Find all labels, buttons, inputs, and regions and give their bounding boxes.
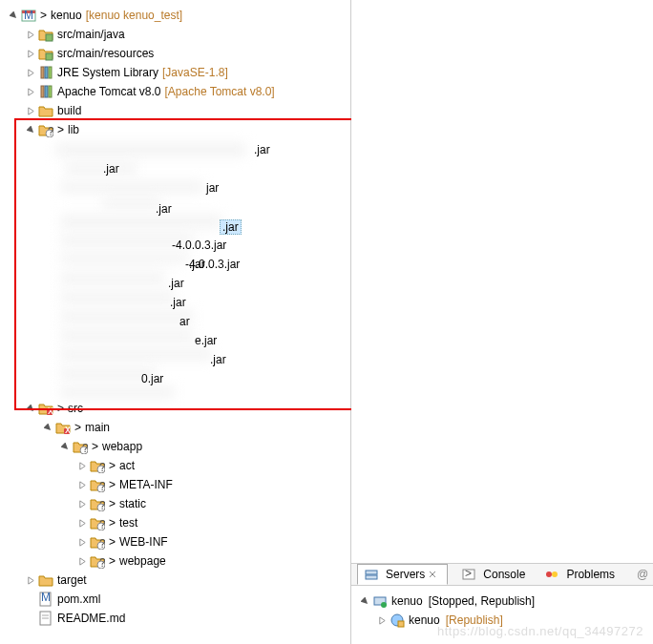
lib-folder[interactable]: ? > lib	[8, 120, 350, 139]
webapp-child[interactable]: ?>act	[8, 456, 350, 475]
jar-fragment[interactable]: .jar	[210, 353, 226, 366]
tab-console[interactable]: > Console	[455, 565, 531, 584]
jar-fragment[interactable]: ar	[179, 315, 190, 328]
expand-icon[interactable]	[25, 124, 36, 135]
node-suffix: [JavaSE-1.8]	[162, 66, 228, 79]
collapse-icon[interactable]	[76, 479, 88, 490]
child-prefix: >	[109, 478, 116, 491]
svg-text:>: >	[465, 567, 472, 580]
jar-fragment[interactable]: e.jar	[195, 334, 217, 347]
webapp-folder[interactable]: ? > webapp	[8, 437, 350, 456]
close-icon[interactable]	[428, 567, 437, 582]
node-label: JRE System Library	[57, 66, 158, 79]
main-folder[interactable]: x > main	[8, 418, 350, 437]
node-icon	[38, 103, 53, 118]
root-repo: [kenuo kenuo_test]	[86, 9, 182, 22]
collapse-icon[interactable]	[76, 536, 88, 548]
tab-servers[interactable]: Servers	[357, 564, 448, 585]
child-prefix: >	[109, 459, 116, 472]
tree-node[interactable]: Apache Tomcat v8.0[Apache Tomcat v8.0]	[8, 82, 350, 101]
svg-text:M: M	[41, 592, 51, 604]
svg-text:?: ?	[99, 480, 105, 492]
svg-rect-4	[46, 53, 53, 60]
expand-icon[interactable]	[42, 422, 53, 433]
collapse-icon[interactable]	[76, 460, 88, 471]
target-folder[interactable]: target	[8, 571, 350, 590]
console-icon: >	[461, 567, 476, 582]
jar-fragment[interactable]: .jar	[254, 143, 270, 156]
tab-problems[interactable]: Problems	[538, 565, 621, 584]
svg-text:x: x	[48, 404, 53, 416]
project-tree[interactable]: M > kenuo [kenuo kenuo_test] src/main/ja…	[0, 0, 350, 634]
webapp-child[interactable]: ?>webpage	[8, 551, 350, 571]
webapp-child[interactable]: ?>static	[8, 494, 350, 513]
javadoc-icon: @	[634, 567, 649, 582]
pom-file[interactable]: M pom.xml	[8, 590, 350, 609]
readme-file[interactable]: README.md	[8, 609, 350, 628]
svg-text:x: x	[65, 423, 71, 435]
tree-node[interactable]: src/main/java	[8, 25, 350, 44]
src-folder[interactable]: x > src	[8, 399, 350, 418]
svg-text:@: @	[637, 568, 648, 581]
collapse-icon[interactable]	[76, 498, 88, 509]
collapse-icon[interactable]	[25, 48, 36, 59]
folder-question-icon: ?	[90, 553, 105, 569]
collapse-icon[interactable]	[25, 574, 36, 586]
webapp-child[interactable]: ?>META-INF	[8, 475, 350, 494]
tab-javadoc[interactable]: @ Javadoc	[628, 565, 653, 584]
xml-file-icon: M	[38, 592, 53, 607]
folder-error-icon: x	[38, 401, 53, 416]
collapse-icon[interactable]	[25, 67, 36, 78]
jar-fragment[interactable]: .jar	[220, 219, 242, 235]
jar-fragment[interactable]: jar	[206, 181, 219, 195]
servers-icon	[364, 567, 379, 582]
bottom-tabs: Servers > Console Problems @ Javadoc	[351, 563, 653, 586]
tree-node[interactable]: JRE System Library[JavaSE-1.8]	[8, 63, 350, 82]
webapp-child[interactable]: ?>test	[8, 513, 350, 532]
expand-icon[interactable]	[25, 403, 36, 414]
jar-fragment[interactable]: -4.0.0.3.jar	[185, 258, 240, 271]
child-label: static	[119, 497, 146, 510]
jar-fragment[interactable]: .jar	[170, 296, 186, 309]
server-root-name: kenuo	[391, 594, 423, 608]
expand-icon[interactable]	[359, 595, 370, 607]
collapse-icon[interactable]	[76, 555, 88, 567]
project-root[interactable]: M > kenuo [kenuo kenuo_test]	[8, 6, 350, 25]
child-label: webpage	[119, 554, 166, 568]
server-module-name: kenuo	[409, 613, 440, 627]
collapse-icon[interactable]	[376, 614, 388, 626]
editor-servers-pane: Servers > Console Problems @ Javadoc ken…	[351, 0, 653, 644]
jar-fragment[interactable]: 0.jar	[141, 372, 163, 385]
child-label: WEB-INF	[119, 535, 168, 549]
svg-text:?: ?	[99, 518, 105, 530]
svg-text:?: ?	[82, 442, 88, 454]
root-name: kenuo	[51, 9, 82, 22]
expand-icon[interactable]	[8, 10, 19, 21]
server-root[interactable]: kenuo [Stopped, Republish]	[359, 592, 653, 611]
node-icon	[38, 65, 53, 80]
jar-fragment[interactable]: .jar	[156, 202, 172, 216]
child-prefix: >	[109, 535, 116, 549]
root-prefix: >	[40, 9, 47, 22]
child-label: act	[119, 459, 135, 472]
expand-icon[interactable]	[59, 441, 71, 452]
jar-fragment[interactable]: -4.0.0.3.jar	[172, 239, 226, 252]
tree-node[interactable]: build	[8, 101, 350, 120]
webapp-child[interactable]: ?>WEB-INF	[8, 532, 350, 551]
svg-rect-10	[49, 86, 52, 97]
svg-text:?: ?	[99, 556, 105, 569]
svg-rect-36	[366, 571, 377, 574]
tree-node[interactable]: src/main/resources	[8, 44, 350, 63]
svg-rect-37	[366, 575, 377, 579]
jar-fragment[interactable]: .jar	[103, 162, 119, 176]
server-root-status: [Stopped, Republish]	[429, 594, 535, 608]
collapse-icon[interactable]	[25, 86, 36, 97]
jar-fragment[interactable]: .jar	[168, 277, 184, 290]
collapse-icon[interactable]	[25, 105, 36, 116]
watermark: https://blog.csdn.net/qq_34497272	[437, 624, 643, 638]
collapse-icon[interactable]	[25, 29, 36, 40]
collapse-icon[interactable]	[76, 517, 88, 529]
svg-point-46	[381, 602, 387, 608]
main-label: main	[85, 421, 110, 434]
folder-question-icon: ?	[38, 122, 53, 137]
